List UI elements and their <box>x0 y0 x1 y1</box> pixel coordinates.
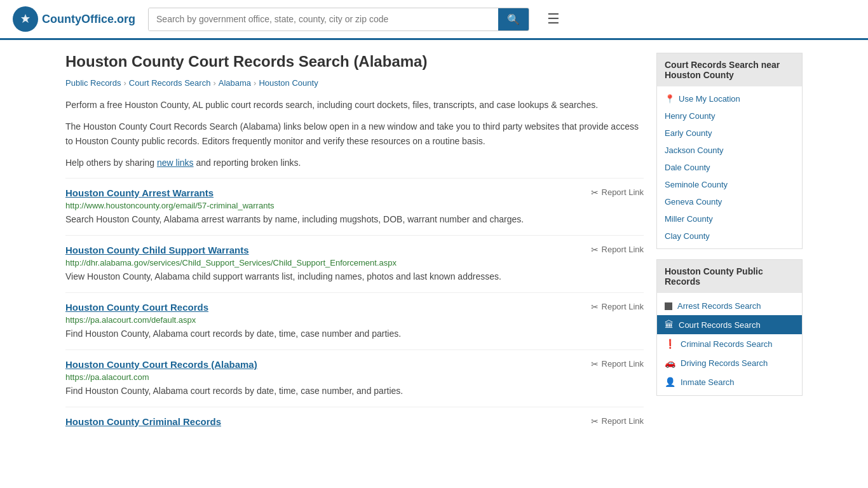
content-area: Houston County Court Records Search (Ala… <box>65 53 644 438</box>
record-title[interactable]: Houston County Child Support Warrants <box>65 245 249 255</box>
arrest-records-link[interactable]: Arrest Records Search <box>677 301 761 311</box>
report-icon: ✂ <box>591 416 599 426</box>
sidebar: Court Records Search near Houston County… <box>656 53 803 438</box>
breadcrumb: Public Records › Court Records Search › … <box>65 78 644 88</box>
record-desc: Find Houston County, Alabama court recor… <box>65 327 644 341</box>
driving-icon: 🚗 <box>665 358 675 368</box>
report-icon: ✂ <box>591 245 599 255</box>
logo-text: CountyOffice.org <box>42 13 135 26</box>
record-desc: View Houston County, Alabama child suppo… <box>65 270 644 283</box>
court-records-link[interactable]: Court Records Search <box>679 320 761 330</box>
geneva-county-link[interactable]: Geneva County <box>665 197 722 207</box>
header: CountyOffice.org 🔍 ☰ <box>0 0 868 40</box>
report-link-5[interactable]: ✂ Report Link <box>591 416 644 426</box>
record-desc: Search Houston County, Alabama arrest wa… <box>65 213 644 226</box>
search-button[interactable]: 🔍 <box>498 8 529 30</box>
svg-point-1 <box>24 17 27 21</box>
public-records-links: Arrest Records Search 🏛 Court Records Se… <box>657 293 802 395</box>
inmate-search-link[interactable]: Inmate Search <box>681 377 735 387</box>
criminal-icon: ❗ <box>665 339 675 349</box>
breadcrumb-sep-1: › <box>123 78 126 88</box>
report-link-label: Report Link <box>602 245 644 254</box>
use-my-location-item[interactable]: 📍 Use My Location <box>657 90 802 107</box>
sidebar-county-early[interactable]: Early County <box>657 125 802 142</box>
inmate-icon: 👤 <box>665 377 675 387</box>
description-3: Help others by sharing new links and rep… <box>65 156 644 170</box>
henry-county-link[interactable]: Henry County <box>665 111 715 121</box>
pub-record-arrest[interactable]: Arrest Records Search <box>657 297 802 315</box>
arrest-icon <box>665 302 672 310</box>
description-1: Perform a free Houston County, AL public… <box>65 98 644 112</box>
jackson-county-link[interactable]: Jackson County <box>665 146 724 155</box>
breadcrumb-alabama[interactable]: Alabama <box>219 78 251 88</box>
main-container: Houston County Court Records Search (Ala… <box>53 40 815 451</box>
breadcrumb-public-records[interactable]: Public Records <box>65 78 121 88</box>
dale-county-link[interactable]: Dale County <box>665 163 710 172</box>
pub-record-criminal[interactable]: ❗ Criminal Records Search <box>657 334 802 353</box>
pub-record-court[interactable]: 🏛 Court Records Search <box>657 315 802 334</box>
logo[interactable]: CountyOffice.org <box>13 6 135 32</box>
menu-button[interactable]: ☰ <box>542 8 565 30</box>
breadcrumb-sep-2: › <box>213 78 215 88</box>
search-input[interactable] <box>149 8 498 30</box>
record-url[interactable]: https://pa.alacourt.com/default.aspx <box>65 315 644 325</box>
breadcrumb-sep-3: › <box>254 78 256 88</box>
record-url[interactable]: https://pa.alacourt.com <box>65 372 644 382</box>
seminole-county-link[interactable]: Seminole County <box>665 180 728 189</box>
sidebar-county-clay[interactable]: Clay County <box>657 227 802 245</box>
sidebar-county-henry[interactable]: Henry County <box>657 107 802 125</box>
report-link-label: Report Link <box>602 302 644 311</box>
record-item: Houston County Court Records ✂ Report Li… <box>65 292 644 349</box>
search-container: 🔍 <box>148 8 529 31</box>
use-my-location-link[interactable]: Use My Location <box>679 94 740 104</box>
description-2: The Houston County Court Records Search … <box>65 119 644 148</box>
criminal-records-link[interactable]: Criminal Records Search <box>681 339 773 349</box>
sidebar-county-geneva[interactable]: Geneva County <box>657 193 802 210</box>
sidebar-county-miller[interactable]: Miller County <box>657 210 802 227</box>
record-item: Houston County Arrest Warrants ✂ Report … <box>65 178 644 235</box>
report-link-label: Report Link <box>602 187 644 197</box>
page-title: Houston County Court Records Search (Ala… <box>65 53 644 71</box>
search-icon: 🔍 <box>507 14 520 25</box>
report-link-label: Report Link <box>602 416 644 426</box>
breadcrumb-court-records[interactable]: Court Records Search <box>129 78 211 88</box>
report-icon: ✂ <box>591 302 599 312</box>
record-item: Houston County Criminal Records ✂ Report… <box>65 407 644 438</box>
report-link-2[interactable]: ✂ Report Link <box>591 245 644 255</box>
court-icon: 🏛 <box>665 320 674 330</box>
report-link-label: Report Link <box>602 359 644 369</box>
record-title[interactable]: Houston County Arrest Warrants <box>65 187 214 198</box>
nearby-header: Court Records Search near Houston County <box>657 53 802 86</box>
logo-icon <box>13 6 38 32</box>
clay-county-link[interactable]: Clay County <box>665 231 710 241</box>
early-county-link[interactable]: Early County <box>665 128 712 138</box>
nearby-section: Court Records Search near Houston County… <box>656 53 803 249</box>
report-link-1[interactable]: ✂ Report Link <box>591 187 644 198</box>
sidebar-county-jackson[interactable]: Jackson County <box>657 142 802 159</box>
new-links-link[interactable]: new links <box>157 158 194 168</box>
miller-county-link[interactable]: Miller County <box>665 214 713 224</box>
sidebar-county-seminole[interactable]: Seminole County <box>657 176 802 193</box>
record-item: Houston County Child Support Warrants ✂ … <box>65 235 644 292</box>
records-list: Houston County Arrest Warrants ✂ Report … <box>65 178 644 438</box>
pub-record-driving[interactable]: 🚗 Driving Records Search <box>657 353 802 372</box>
record-title[interactable]: Houston County Court Records <box>65 302 208 313</box>
report-icon: ✂ <box>591 359 599 369</box>
nearby-links: 📍 Use My Location Henry County Early Cou… <box>657 86 802 248</box>
record-url[interactable]: http://www.houstoncounty.org/email/57-cr… <box>65 201 644 210</box>
location-icon: 📍 <box>665 94 675 104</box>
report-link-3[interactable]: ✂ Report Link <box>591 302 644 312</box>
breadcrumb-houston-county[interactable]: Houston County <box>259 78 318 88</box>
record-url[interactable]: http://dhr.alabama.gov/services/Child_Su… <box>65 258 644 268</box>
report-link-4[interactable]: ✂ Report Link <box>591 359 644 369</box>
sidebar-county-dale[interactable]: Dale County <box>657 159 802 176</box>
public-records-section: Houston County Public Records Arrest Rec… <box>656 259 803 396</box>
record-desc: Find Houston County, Alabama court recor… <box>65 384 644 398</box>
report-icon: ✂ <box>591 187 599 198</box>
record-item: Houston County Court Records (Alabama) ✂… <box>65 349 644 407</box>
driving-records-link[interactable]: Driving Records Search <box>681 358 768 368</box>
public-records-header: Houston County Public Records <box>657 260 802 293</box>
pub-record-inmate[interactable]: 👤 Inmate Search <box>657 372 802 391</box>
record-title[interactable]: Houston County Criminal Records <box>65 416 221 427</box>
record-title[interactable]: Houston County Court Records (Alabama) <box>65 359 257 370</box>
